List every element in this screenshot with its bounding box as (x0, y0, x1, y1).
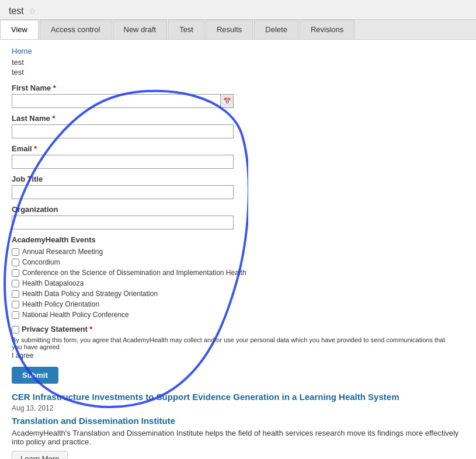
tab-delete[interactable]: Delete (254, 20, 298, 39)
breadcrumb: Home (12, 47, 464, 55)
tab-revisions[interactable]: Revisions (300, 20, 355, 39)
breadcrumb-item2: test (12, 68, 464, 76)
job-title-group: Job Title (12, 175, 464, 199)
checkbox-conference-input[interactable] (12, 269, 19, 277)
checkbox-conference: Conference on the Science of Disseminati… (12, 269, 464, 277)
learn-more-button[interactable]: Learn More (12, 451, 68, 459)
page-title: test (9, 6, 24, 16)
main-content: Home test test First Name * 📅 (0, 40, 476, 459)
privacy-text: By submitting this form, you agree that … (12, 336, 456, 350)
checkbox-national-health: National Health Policy Conference (12, 311, 464, 319)
first-name-required: * (53, 84, 56, 92)
tab-new-draft[interactable]: New draft (113, 20, 168, 39)
section-heading: Translation and Dissemination Institute (12, 416, 464, 426)
organization-input[interactable] (12, 215, 234, 230)
checkbox-health-datapalooza-label: Health Datapalooza (22, 279, 84, 287)
email-input[interactable] (12, 155, 234, 169)
last-name-required: * (52, 114, 55, 123)
section-description: AcademyHealth's Translation and Dissemin… (12, 429, 464, 446)
organization-label: Organization (12, 205, 464, 214)
last-name-input[interactable] (12, 124, 234, 138)
last-name-label: Last Name * (12, 114, 464, 123)
checkbox-annual-research: Annual Research Meeting (12, 248, 464, 256)
checkbox-national-health-label: National Health Policy Conference (22, 311, 129, 319)
checkbox-national-health-input[interactable] (12, 311, 19, 319)
i-agree-text: I agree (12, 352, 464, 360)
first-name-group: First Name * 📅 (12, 84, 464, 108)
job-title-label: Job Title (12, 175, 464, 183)
checkbox-health-policy-input[interactable] (12, 301, 19, 308)
checkbox-concordium-label: Concordium (22, 258, 60, 266)
title-bar: test ☆ (0, 0, 476, 20)
privacy-required: * (89, 325, 92, 333)
email-label: Email * (12, 144, 464, 153)
tab-results[interactable]: Results (206, 20, 253, 39)
job-title-input[interactable] (12, 185, 234, 199)
checkbox-annual-research-label: Annual Research Meeting (22, 248, 103, 256)
checkbox-health-policy: Health Policy Orientation (12, 300, 464, 308)
tab-access-control[interactable]: Access control (40, 20, 112, 39)
checkbox-health-data-policy: Health Data Policy and Strategy Orientat… (12, 290, 464, 298)
calendar-icon: 📅 (220, 95, 233, 107)
breadcrumb-item1: test (12, 58, 464, 67)
article-title[interactable]: CER Infrastructure Investments to Suppor… (12, 392, 464, 402)
events-section-title: AcademyHealth Events (12, 235, 464, 244)
email-required: * (34, 144, 37, 153)
tab-test[interactable]: Test (168, 20, 204, 39)
email-group: Email * (12, 144, 464, 169)
form-section: First Name * 📅 Last Name * Email * (12, 84, 464, 384)
privacy-section: Privacy Statement * By submitting this f… (12, 325, 464, 360)
first-name-label: First Name * (12, 84, 464, 92)
checkbox-concordium: Concordium (12, 258, 464, 266)
checkbox-health-datapalooza: Health Datapalooza (12, 279, 464, 287)
breadcrumb-home[interactable]: Home (12, 47, 32, 55)
submit-button[interactable]: Submit (12, 367, 58, 384)
organization-group: Organization (12, 205, 464, 230)
checkbox-annual-research-input[interactable] (12, 248, 19, 256)
checkbox-health-policy-label: Health Policy Orientation (22, 300, 99, 308)
last-name-group: Last Name * (12, 114, 464, 138)
privacy-label: Privacy Statement * (22, 325, 92, 333)
first-name-input[interactable] (12, 95, 220, 107)
checkbox-health-datapalooza-input[interactable] (12, 280, 19, 287)
privacy-checkbox[interactable] (12, 326, 19, 333)
article-date: Aug 13, 2012 (12, 404, 464, 412)
tab-view[interactable]: View (0, 20, 39, 39)
tab-bar: View Access control New draft Test Resul… (0, 20, 476, 40)
checkbox-concordium-input[interactable] (12, 259, 19, 266)
checkbox-health-data-policy-label: Health Data Policy and Strategy Orientat… (22, 290, 158, 298)
first-name-input-wrapper[interactable]: 📅 (12, 94, 234, 108)
checkbox-conference-label: Conference on the Science of Disseminati… (22, 269, 246, 277)
star-icon[interactable]: ☆ (29, 6, 36, 16)
checkbox-health-data-policy-input[interactable] (12, 290, 19, 298)
